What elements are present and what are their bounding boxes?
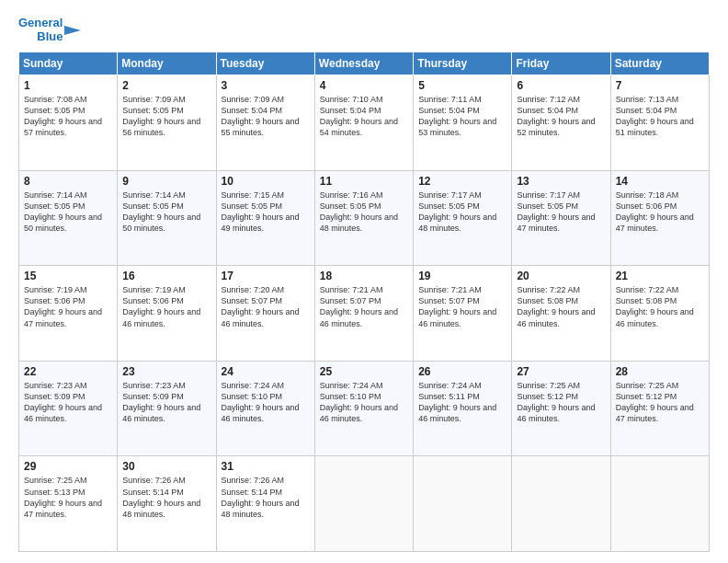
day-info: Sunrise: 7:21 AMSunset: 5:07 PMDaylight:…: [418, 285, 496, 327]
table-row: 15 Sunrise: 7:19 AMSunset: 5:06 PMDaylig…: [19, 266, 118, 362]
day-info: Sunrise: 7:18 AMSunset: 5:06 PMDaylight:…: [616, 190, 694, 233]
table-row: [512, 456, 610, 552]
calendar-table: Sunday Monday Tuesday Wednesday Thursday…: [18, 52, 710, 552]
col-friday: Friday: [512, 52, 610, 75]
day-info: Sunrise: 7:19 AMSunset: 5:06 PMDaylight:…: [122, 285, 200, 327]
table-row: [414, 456, 512, 552]
col-saturday: Saturday: [610, 52, 709, 75]
header: General Blue: [18, 17, 710, 44]
day-info: Sunrise: 7:21 AMSunset: 5:07 PMDaylight:…: [320, 285, 398, 327]
table-row: [610, 456, 709, 552]
day-info: Sunrise: 7:25 AMSunset: 5:12 PMDaylight:…: [616, 381, 694, 423]
day-number: 5: [418, 79, 506, 92]
day-info: Sunrise: 7:08 AMSunset: 5:05 PMDaylight:…: [24, 95, 102, 137]
day-number: 14: [616, 175, 704, 188]
day-number: 6: [517, 79, 605, 92]
table-row: 29 Sunrise: 7:25 AMSunset: 5:13 PMDaylig…: [19, 456, 118, 552]
table-row: 30 Sunrise: 7:26 AMSunset: 5:14 PMDaylig…: [118, 456, 216, 552]
day-number: 31: [222, 460, 310, 473]
day-info: Sunrise: 7:23 AMSunset: 5:09 PMDaylight:…: [24, 381, 102, 423]
day-info: Sunrise: 7:22 AMSunset: 5:08 PMDaylight:…: [517, 285, 595, 327]
day-number: 8: [24, 175, 112, 188]
day-number: 23: [122, 365, 210, 378]
day-info: Sunrise: 7:17 AMSunset: 5:05 PMDaylight:…: [418, 190, 496, 233]
day-number: 25: [320, 365, 408, 378]
day-info: Sunrise: 7:16 AMSunset: 5:05 PMDaylight:…: [320, 190, 398, 233]
col-tuesday: Tuesday: [216, 52, 314, 75]
day-number: 19: [418, 270, 506, 282]
day-number: 7: [616, 79, 704, 92]
day-info: Sunrise: 7:26 AMSunset: 5:14 PMDaylight:…: [222, 476, 300, 518]
day-info: Sunrise: 7:15 AMSunset: 5:05 PMDaylight:…: [222, 190, 300, 233]
day-number: 28: [616, 365, 704, 378]
logo: General Blue: [18, 17, 81, 44]
logo-blue: Blue: [37, 30, 63, 44]
day-number: 18: [320, 270, 408, 282]
day-info: Sunrise: 7:24 AMSunset: 5:11 PMDaylight:…: [418, 381, 496, 423]
table-row: 2 Sunrise: 7:09 AMSunset: 5:05 PMDayligh…: [118, 75, 216, 170]
table-row: 21 Sunrise: 7:22 AMSunset: 5:08 PMDaylig…: [610, 266, 709, 362]
day-number: 27: [517, 365, 605, 378]
day-info: Sunrise: 7:26 AMSunset: 5:14 PMDaylight:…: [122, 476, 200, 518]
day-info: Sunrise: 7:22 AMSunset: 5:08 PMDaylight:…: [616, 285, 694, 327]
table-row: 14 Sunrise: 7:18 AMSunset: 5:06 PMDaylig…: [610, 170, 709, 266]
table-row: 6 Sunrise: 7:12 AMSunset: 5:04 PMDayligh…: [512, 75, 610, 170]
day-info: Sunrise: 7:25 AMSunset: 5:12 PMDaylight:…: [517, 381, 595, 423]
day-number: 13: [517, 175, 605, 188]
day-number: 24: [222, 365, 310, 378]
table-row: 1 Sunrise: 7:08 AMSunset: 5:05 PMDayligh…: [19, 75, 118, 170]
day-info: Sunrise: 7:20 AMSunset: 5:07 PMDaylight:…: [222, 285, 300, 327]
table-row: 19 Sunrise: 7:21 AMSunset: 5:07 PMDaylig…: [414, 266, 512, 362]
day-info: Sunrise: 7:12 AMSunset: 5:04 PMDaylight:…: [517, 95, 595, 137]
table-row: 16 Sunrise: 7:19 AMSunset: 5:06 PMDaylig…: [118, 266, 216, 362]
svg-marker-0: [64, 26, 81, 35]
day-number: 29: [24, 460, 112, 473]
day-number: 4: [320, 79, 408, 92]
day-number: 10: [222, 175, 310, 188]
table-row: 5 Sunrise: 7:11 AMSunset: 5:04 PMDayligh…: [414, 75, 512, 170]
calendar-header-row: Sunday Monday Tuesday Wednesday Thursday…: [19, 52, 710, 75]
col-wednesday: Wednesday: [314, 52, 413, 75]
table-row: 12 Sunrise: 7:17 AMSunset: 5:05 PMDaylig…: [414, 170, 512, 266]
table-row: 17 Sunrise: 7:20 AMSunset: 5:07 PMDaylig…: [216, 266, 314, 362]
table-row: 20 Sunrise: 7:22 AMSunset: 5:08 PMDaylig…: [512, 266, 610, 362]
logo-general: General: [18, 17, 63, 30]
day-info: Sunrise: 7:24 AMSunset: 5:10 PMDaylight:…: [222, 381, 300, 423]
day-info: Sunrise: 7:23 AMSunset: 5:09 PMDaylight:…: [122, 381, 200, 423]
day-info: Sunrise: 7:14 AMSunset: 5:05 PMDaylight:…: [122, 190, 200, 233]
day-number: 21: [616, 270, 704, 282]
table-row: 13 Sunrise: 7:17 AMSunset: 5:05 PMDaylig…: [512, 170, 610, 266]
table-row: 9 Sunrise: 7:14 AMSunset: 5:05 PMDayligh…: [118, 170, 216, 266]
day-number: 2: [122, 79, 210, 92]
day-number: 22: [24, 365, 112, 378]
day-number: 30: [122, 460, 210, 473]
col-sunday: Sunday: [19, 52, 118, 75]
table-row: 26 Sunrise: 7:24 AMSunset: 5:11 PMDaylig…: [414, 361, 512, 456]
day-number: 15: [24, 270, 112, 282]
day-info: Sunrise: 7:17 AMSunset: 5:05 PMDaylight:…: [517, 190, 595, 233]
table-row: 31 Sunrise: 7:26 AMSunset: 5:14 PMDaylig…: [216, 456, 314, 552]
day-info: Sunrise: 7:09 AMSunset: 5:05 PMDaylight:…: [122, 95, 200, 137]
day-info: Sunrise: 7:09 AMSunset: 5:04 PMDaylight:…: [222, 95, 300, 137]
day-info: Sunrise: 7:19 AMSunset: 5:06 PMDaylight:…: [24, 285, 102, 327]
table-row: 3 Sunrise: 7:09 AMSunset: 5:04 PMDayligh…: [216, 75, 314, 170]
day-info: Sunrise: 7:24 AMSunset: 5:10 PMDaylight:…: [320, 381, 398, 423]
col-thursday: Thursday: [414, 52, 512, 75]
page: General Blue Sunday Monday Tuesday Wedne…: [0, 0, 728, 563]
table-row: 28 Sunrise: 7:25 AMSunset: 5:12 PMDaylig…: [610, 361, 709, 456]
logo-arrow-icon: [64, 20, 81, 40]
table-row: 18 Sunrise: 7:21 AMSunset: 5:07 PMDaylig…: [314, 266, 413, 362]
day-info: Sunrise: 7:10 AMSunset: 5:04 PMDaylight:…: [320, 95, 398, 137]
day-number: 3: [222, 79, 310, 92]
day-number: 1: [24, 79, 112, 92]
day-info: Sunrise: 7:13 AMSunset: 5:04 PMDaylight:…: [616, 95, 694, 137]
table-row: 7 Sunrise: 7:13 AMSunset: 5:04 PMDayligh…: [610, 75, 709, 170]
table-row: 24 Sunrise: 7:24 AMSunset: 5:10 PMDaylig…: [216, 361, 314, 456]
table-row: 23 Sunrise: 7:23 AMSunset: 5:09 PMDaylig…: [118, 361, 216, 456]
table-row: [314, 456, 413, 552]
table-row: 8 Sunrise: 7:14 AMSunset: 5:05 PMDayligh…: [19, 170, 118, 266]
table-row: 11 Sunrise: 7:16 AMSunset: 5:05 PMDaylig…: [314, 170, 413, 266]
table-row: 25 Sunrise: 7:24 AMSunset: 5:10 PMDaylig…: [314, 361, 413, 456]
table-row: 4 Sunrise: 7:10 AMSunset: 5:04 PMDayligh…: [314, 75, 413, 170]
day-info: Sunrise: 7:11 AMSunset: 5:04 PMDaylight:…: [418, 95, 496, 137]
